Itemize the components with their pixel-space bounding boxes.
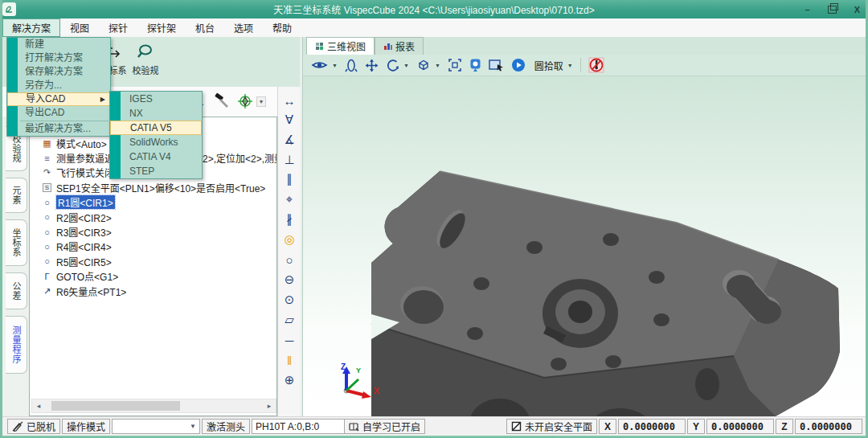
circle-icon[interactable]: ○ <box>278 251 301 268</box>
submenu-item-nx[interactable]: NX <box>110 106 202 121</box>
submenu-item-iges[interactable]: IGES <box>110 92 202 106</box>
distance-icon[interactable]: ↔ <box>278 92 301 109</box>
viewport-3d[interactable]: Z Y X <box>303 76 868 416</box>
parallelism-icon[interactable]: ∥ <box>278 170 301 188</box>
circle-feature-icon: ○ <box>41 256 53 266</box>
menu-probe-rack[interactable]: 探针架 <box>137 18 186 37</box>
parallel-bars-icon[interactable]: ‖ <box>278 351 301 369</box>
scroll-left-icon[interactable]: ◂ <box>32 402 45 410</box>
concentricity-icon[interactable]: ◎ <box>278 231 301 248</box>
tree-row-vector-point[interactable]: ↗ R6矢量点<PT1> <box>30 284 276 298</box>
box-select-icon[interactable] <box>489 59 504 72</box>
menu-help[interactable]: 帮助 <box>263 18 301 37</box>
menu-item-new[interactable]: 新建 <box>7 38 110 51</box>
menu-item-recent-solutions[interactable]: 最近解决方案... <box>7 122 110 136</box>
submenu-arrow-icon: ▶ <box>100 93 105 105</box>
menu-separator <box>20 121 108 121</box>
angle-cone-icon[interactable]: ∀ <box>278 111 301 129</box>
menu-item-save-solution[interactable]: 保存解决方案 <box>7 65 110 79</box>
tree-row-circle-1[interactable]: ○ R1圆<CIR1> <box>30 195 276 210</box>
hammer-tool-button[interactable] <box>213 92 231 111</box>
tree-row-circle-4[interactable]: ○ R4圆<CIR4> <box>30 239 276 254</box>
tree-row-goto[interactable]: Γ GOTO点<G1> <box>30 269 276 284</box>
true-position-icon[interactable]: ⊕ <box>278 371 301 389</box>
circle-feature-icon: ○ <box>41 212 53 222</box>
fly-mode-icon: ↷ <box>41 167 53 178</box>
safety-plane-status: 未开启安全平面 <box>506 419 597 434</box>
probe-disabled-icon[interactable] <box>588 57 604 73</box>
orbit-rotate-icon[interactable] <box>386 59 399 72</box>
angle-icon[interactable]: ∡ <box>278 131 301 149</box>
circle-pick-label[interactable]: 圆拾取 <box>534 59 563 72</box>
tree-row-safety-plane[interactable]: S SEP1安全平面<PLN1>偏移<10>是否启用<True> <box>30 180 276 194</box>
submenu-item-catia-v5[interactable]: CATIA V5 <box>110 121 202 135</box>
operation-mode-select[interactable]: ▼ <box>112 419 200 434</box>
flatness-icon[interactable]: ▱ <box>278 311 301 329</box>
restore-button[interactable] <box>828 6 837 14</box>
visibility-dropdown-icon[interactable]: ▼ <box>332 63 338 68</box>
target-compass-button[interactable] <box>236 92 254 111</box>
tab-tolerance[interactable]: 公差 <box>6 272 27 309</box>
right-panel: 三维视图 报表 ▼ ▼ ▼ 圆拾取 ▼ <box>302 37 868 416</box>
menu-solution[interactable]: 解决方案 <box>2 18 60 37</box>
menu-machine[interactable]: 机台 <box>186 18 224 37</box>
scroll-right-icon[interactable]: ▸ <box>263 402 276 410</box>
run-play-icon[interactable] <box>511 58 526 72</box>
close-button[interactable]: X <box>854 5 860 14</box>
side-tab-strip: 校验规 元素 坐标系 公差 测量程序 <box>2 117 29 416</box>
menu-item-export-cad[interactable]: 导出CAD <box>7 106 110 120</box>
gauge-check-button[interactable]: 校验规 <box>128 43 163 83</box>
tab-elements[interactable]: 元素 <box>6 178 27 213</box>
app-window: 天准三坐标系统 VispecCube 2024 <C:\Users\jiaosi… <box>0 0 868 438</box>
position-icon[interactable]: ⌖ <box>278 190 301 208</box>
location-pin-icon[interactable] <box>469 58 481 72</box>
selected-tree-item: R1圆<CIR1> <box>56 195 115 209</box>
submenu-item-solidworks[interactable]: SolidWorks <box>110 135 202 149</box>
tab-coordinate-system[interactable]: 坐标系 <box>6 219 27 266</box>
menu-item-open-solution[interactable]: 打开解决方案 <box>7 51 110 65</box>
tab-report[interactable]: 报表 <box>375 37 424 55</box>
tab-measure-program[interactable]: 测量程序 <box>6 316 27 374</box>
view-visibility-icon[interactable] <box>311 59 328 72</box>
menu-item-save-as[interactable]: 另存为... <box>7 79 110 92</box>
cube-dropdown-icon[interactable]: ▼ <box>435 63 440 68</box>
operation-mode-label: 操作模式 <box>62 419 110 434</box>
tree-row-circle-2[interactable]: ○ R2圆<CIR2> <box>30 210 276 224</box>
circle-feature-icon: ○ <box>41 198 53 207</box>
menu-view[interactable]: 视图 <box>60 18 99 37</box>
offline-status: 已脱机 <box>7 419 60 434</box>
orbit-dropdown-icon[interactable]: ▼ <box>403 63 409 68</box>
pan-move-icon[interactable] <box>365 59 379 72</box>
submenu-item-catia-v4[interactable]: CATIA V4 <box>110 149 202 164</box>
runout-icon[interactable]: ⊙ <box>278 291 301 309</box>
tree-row-circle-3[interactable]: ○ R3圆<CIR3> <box>30 224 276 239</box>
menu-probe[interactable]: 探针 <box>99 18 137 37</box>
circle-pick-dropdown-icon[interactable]: ▼ <box>567 63 573 68</box>
cube-view-icon[interactable] <box>416 58 431 72</box>
rotate-view-icon[interactable] <box>345 59 358 72</box>
measure-params-icon: ≡ <box>41 154 53 163</box>
inclination-icon[interactable]: ∦ <box>278 211 301 228</box>
mode-icon: ▦ <box>41 138 53 149</box>
gauge-check-label: 校验规 <box>133 63 159 76</box>
menu-options[interactable]: 选项 <box>224 18 263 37</box>
menu-item-import-cad[interactable]: 导入CAD ▶ <box>7 92 110 106</box>
straightness-icon[interactable]: ─ <box>278 331 301 349</box>
minimize-button[interactable]: – <box>805 5 810 14</box>
scrollbar-thumb[interactable] <box>51 401 180 411</box>
cad-model[interactable] <box>303 76 868 416</box>
tab-3d-view[interactable]: 三维视图 <box>306 37 375 55</box>
symmetry-icon[interactable]: ⊖ <box>278 271 301 289</box>
submenu-item-step[interactable]: STEP <box>110 164 202 178</box>
perpendicularity-icon[interactable]: ⊥ <box>278 151 301 169</box>
solution-menu-popup: 新建 打开解决方案 保存解决方案 另存为... 导入CAD ▶ 导出CAD 最近… <box>6 37 111 137</box>
target-compass-icon <box>236 92 254 110</box>
tree-horizontal-scrollbar[interactable]: ◂ ▸ <box>31 399 276 413</box>
axis-triad: Z Y X <box>334 362 383 403</box>
y-coordinate-value: 0.0000000 <box>706 419 774 434</box>
safety-plane-icon: S <box>43 183 51 192</box>
tree-row-circle-5[interactable]: ○ R5圆<CIR5> <box>30 254 276 268</box>
zoom-fit-icon[interactable] <box>448 58 462 72</box>
vector-point-icon: ↗ <box>41 286 53 297</box>
toolbar-overflow-button[interactable]: ▾ <box>256 92 266 111</box>
